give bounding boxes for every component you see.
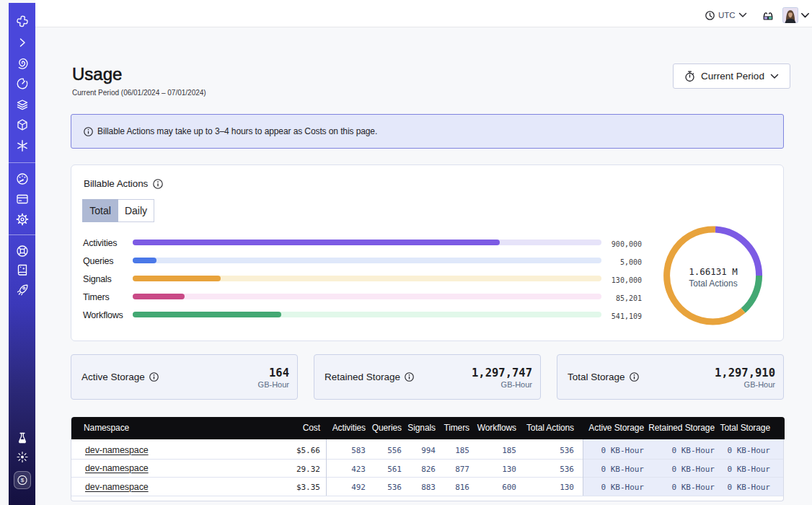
svg-text:$: $ — [20, 477, 24, 483]
